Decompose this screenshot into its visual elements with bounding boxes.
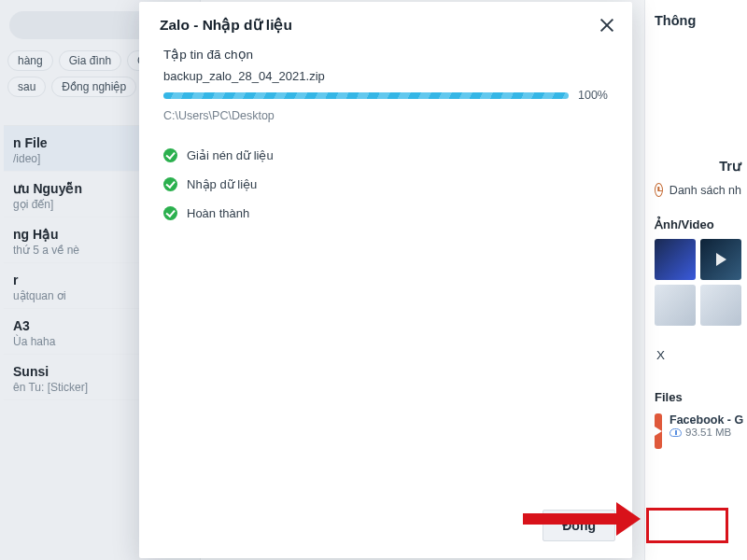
media-section-label: Ảnh/Video (655, 217, 741, 231)
step-label: Nhập dữ liệu (187, 177, 257, 191)
close-icon[interactable] (599, 17, 615, 34)
info-panel: Thông Trư Danh sách nh Ảnh/Video X Files… (644, 0, 747, 560)
step-list: Giải nén dữ liệu Nhập dữ liệu Hoàn thành (163, 148, 608, 220)
file-type-icon (655, 413, 662, 449)
show-more-link[interactable]: X (655, 348, 741, 362)
dialog-title: Zalo - Nhập dữ liệu (160, 17, 599, 34)
tag-chip[interactable]: Gia đình (59, 50, 121, 71)
file-path: C:\Users\PC\Desktop (163, 109, 608, 122)
close-button[interactable]: Đóng (543, 510, 615, 541)
step-item: Hoàn thành (163, 206, 608, 220)
media-thumb[interactable] (655, 285, 696, 326)
files-section-label: Files (655, 390, 741, 404)
progress-bar: 100% (163, 89, 608, 102)
media-thumb[interactable] (700, 239, 741, 280)
recent-list-link[interactable]: Danh sách nh (655, 174, 741, 199)
progress-fill (163, 92, 569, 99)
media-thumb[interactable] (700, 285, 741, 326)
file-size: 93.51 MB (685, 427, 731, 438)
tag-chip[interactable]: sau (7, 77, 46, 97)
progress-percent: 100% (578, 89, 608, 102)
file-item[interactable]: Facebook - G 93.51 MB (655, 413, 741, 449)
selected-file-label: Tập tin đã chọn (163, 47, 608, 62)
step-item: Giải nén dữ liệu (163, 148, 608, 162)
cloud-icon (669, 428, 682, 437)
check-icon (163, 206, 177, 220)
selected-file-name: backup_zalo_28_04_2021.zip (163, 69, 608, 83)
step-item: Nhập dữ liệu (163, 177, 608, 191)
tag-chip[interactable]: Đồng nghiệp (51, 77, 136, 97)
media-grid (655, 239, 741, 326)
step-label: Hoàn thành (187, 206, 249, 220)
play-icon (700, 239, 741, 280)
tag-chip[interactable]: hàng (7, 50, 53, 71)
check-icon (163, 148, 177, 162)
info-header: Thông (655, 13, 741, 28)
import-data-dialog: Zalo - Nhập dữ liệu Tập tin đã chọn back… (139, 2, 632, 558)
step-label: Giải nén dữ liệu (187, 148, 274, 162)
file-name: Facebook - G (669, 413, 743, 427)
check-icon (163, 177, 177, 191)
recent-label: Trư (655, 159, 741, 174)
recent-list-text: Danh sách nh (669, 184, 741, 197)
clock-icon (655, 183, 663, 197)
media-thumb[interactable] (655, 239, 696, 280)
